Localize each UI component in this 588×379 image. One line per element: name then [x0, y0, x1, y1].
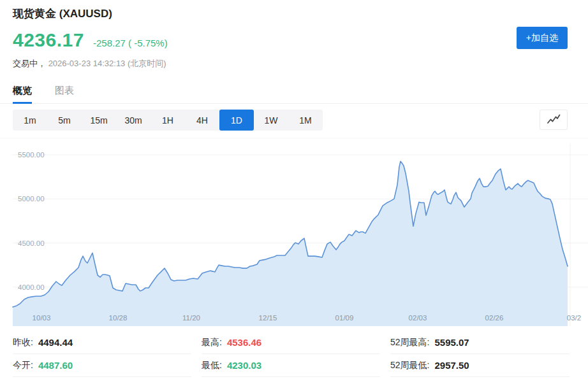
interval-4h[interactable]: 4H: [185, 110, 219, 131]
stat-label: 52周最低:: [390, 360, 429, 371]
interval-1m[interactable]: 1m: [13, 110, 47, 131]
price-chart-svg: 5500.005000.004500.004000.0010/0310/2811…: [0, 137, 588, 328]
add-watchlist-button[interactable]: +加自选: [517, 27, 568, 49]
stat-label: 今开:: [13, 360, 33, 371]
stat-value: 4536.46: [227, 337, 261, 348]
stat-value: 5595.07: [434, 337, 469, 348]
status-row: 交易中， 2026-03-23 14:32:13 (北京时间): [13, 58, 166, 69]
x-tick-label: 11/20: [182, 314, 200, 322]
price-area: [13, 161, 568, 326]
stat-52w-low: 52周最低:2957.50: [390, 354, 570, 377]
y-tick-label: 5500.00: [18, 151, 45, 159]
chart-type-button[interactable]: [540, 110, 568, 130]
price-row: 4236.17 -258.27 ( -5.75%): [13, 29, 168, 51]
interval-1w[interactable]: 1W: [254, 110, 288, 131]
interval-30m[interactable]: 30m: [116, 110, 151, 131]
stat-label: 昨收:: [13, 337, 33, 348]
stat-value: 4487.60: [38, 360, 73, 371]
y-tick-label: 4000.00: [18, 283, 45, 291]
stat-open: 今开:4487.60: [13, 354, 191, 377]
stat-value: 4230.03: [227, 360, 261, 371]
tab-label: 概览: [13, 85, 32, 96]
stats-grid: 昨收:4494.44最高:4536.4652周最高:5595.07今开:4487…: [13, 331, 575, 377]
active-tab-underline: [13, 102, 32, 104]
quote-timestamp: 2026-03-23 14:32:13 (北京时间): [48, 59, 166, 68]
interval-15m[interactable]: 15m: [82, 110, 116, 131]
price-chart[interactable]: 5500.005000.004500.004000.0010/0310/2811…: [0, 137, 588, 328]
interval-toolbar: 1m5m15m30m1H4H1D1W1M: [13, 110, 323, 131]
price-change: -258.27 ( -5.75%): [93, 38, 168, 48]
stat-label: 最高:: [202, 337, 222, 348]
y-tick-label: 5000.00: [18, 195, 45, 203]
x-tick-label: 10/28: [109, 314, 128, 322]
page-title: 现货黄金 (XAUUSD): [13, 6, 112, 21]
stat-value: 4494.44: [38, 337, 73, 348]
stat-low: 最低:4230.03: [202, 354, 380, 377]
x-tick-label: 01/09: [335, 314, 354, 322]
stat-value: 2957.50: [434, 360, 469, 371]
interval-5m[interactable]: 5m: [47, 110, 82, 131]
x-tick-label: 12/15: [259, 314, 277, 322]
current-price: 4236.17: [13, 29, 84, 51]
x-tick-label: 02/26: [485, 314, 504, 322]
interval-1m[interactable]: 1M: [288, 110, 323, 131]
stat-prev-close: 昨收:4494.44: [13, 331, 191, 354]
interval-1d[interactable]: 1D: [219, 110, 254, 131]
tab-label: 图表: [55, 85, 74, 96]
stat-high: 最高:4536.46: [202, 331, 380, 354]
stat-label: 52周最高:: [390, 337, 429, 348]
trading-status: 交易中，: [13, 59, 46, 68]
tab-overview[interactable]: 概览: [13, 83, 32, 103]
interval-1h[interactable]: 1H: [151, 110, 185, 131]
tabs: 概览图表: [0, 83, 588, 104]
y-tick-label: 4500.00: [18, 240, 45, 247]
stat-label: 最低:: [202, 360, 222, 371]
x-tick-label: 02/03: [409, 314, 427, 322]
x-tick-label: 10/03: [33, 314, 51, 322]
line-chart-icon: [546, 113, 561, 127]
tab-chart[interactable]: 图表: [55, 83, 74, 103]
x-tick-label: 03/2: [567, 314, 581, 322]
stat-52w-high: 52周最高:5595.07: [390, 331, 570, 354]
